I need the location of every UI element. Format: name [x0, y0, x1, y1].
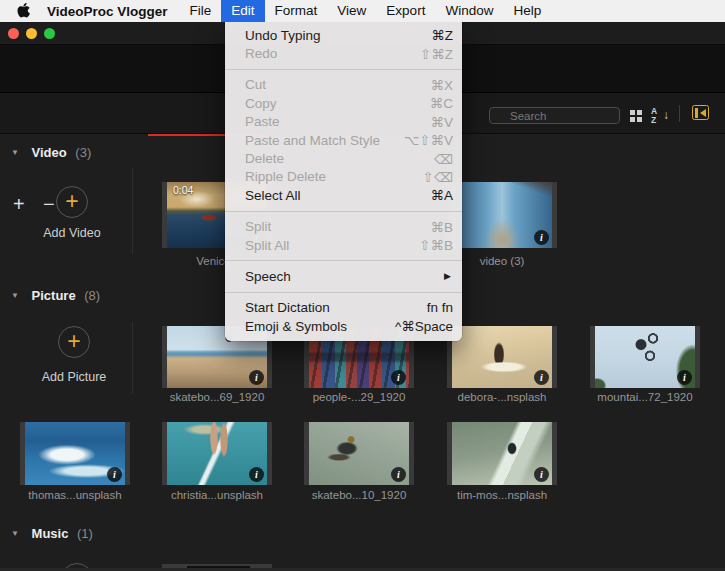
- media-item-caption: skatebo...10_1920: [294, 489, 424, 501]
- section-title: Picture: [32, 288, 76, 303]
- picture-thumbnail: i: [452, 326, 552, 388]
- menubar-item-window[interactable]: Window: [435, 0, 503, 22]
- info-icon[interactable]: i: [677, 370, 692, 385]
- menu-item-redo: Redo⇧⌘Z: [225, 44, 462, 62]
- section-header-video[interactable]: ▼ Video (3): [11, 145, 91, 160]
- media-item-caption: people-...29_1920: [294, 391, 424, 403]
- info-icon[interactable]: i: [534, 370, 549, 385]
- section-count: (3): [75, 145, 91, 160]
- info-icon[interactable]: i: [391, 370, 406, 385]
- section-title: Video: [32, 145, 67, 160]
- collapse-triangle-icon[interactable]: ▼: [11, 291, 19, 300]
- media-item-tennis[interactable]: i: [162, 422, 272, 485]
- info-icon[interactable]: i: [249, 467, 264, 482]
- media-item-caption: skatebo...69_1920: [152, 391, 282, 403]
- menubar-app-name[interactable]: VideoProc Vlogger: [47, 4, 168, 19]
- duration-badge: 0:04: [173, 184, 193, 196]
- plus-icon: +: [67, 330, 80, 353]
- menu-separator: [225, 69, 462, 70]
- section-header-music[interactable]: ▼ Music (1): [11, 526, 93, 541]
- menubar-item-help[interactable]: Help: [503, 0, 551, 22]
- zoom-button[interactable]: [44, 28, 55, 39]
- menu-separator: [225, 292, 462, 293]
- add-video-label: Add Video: [12, 226, 132, 240]
- menu-item-ripple-delete: Ripple Delete⇧⌫: [225, 168, 462, 186]
- section-count: (8): [84, 288, 100, 303]
- media-item-caption: thomas...unsplash: [10, 489, 140, 501]
- media-item-surfer-girl[interactable]: i: [447, 326, 557, 388]
- media-item-surfer[interactable]: i: [447, 422, 557, 485]
- grid-view-icon[interactable]: [630, 110, 642, 122]
- add-media-button[interactable]: +: [13, 194, 25, 214]
- menubar-item-view[interactable]: View: [327, 0, 376, 22]
- close-button[interactable]: [8, 28, 19, 39]
- sort-az-icon[interactable]: AZ↓: [650, 107, 669, 124]
- media-item-video3[interactable]: i: [447, 182, 557, 248]
- picture-thumbnail: i: [595, 326, 695, 388]
- video-thumbnail: i: [452, 182, 552, 248]
- menubar-item-edit[interactable]: Edit: [221, 0, 264, 22]
- menu-item-paste: Paste⌘V: [225, 113, 462, 131]
- menubar-item-export[interactable]: Export: [376, 0, 435, 22]
- menubar-item-file[interactable]: File: [180, 0, 222, 22]
- info-icon[interactable]: i: [107, 467, 122, 482]
- menu-item-split-all: Split All⇧⌘B: [225, 236, 462, 254]
- media-item-caption: tim-mos...nsplash: [437, 489, 567, 501]
- column-divider: [132, 168, 133, 254]
- menu-item-start-dictation[interactable]: Start Dictationfn fn: [225, 299, 462, 317]
- toolbar-divider: [679, 105, 680, 122]
- menu-item-split: Split⌘B: [225, 218, 462, 236]
- add-picture-label: Add Picture: [14, 370, 134, 384]
- videoproc-vlogger-window: Media Library Effects + − AZ↓ ▼ Video (3…: [0, 0, 725, 571]
- macos-menu-bar: VideoProc Vlogger File Edit Format View …: [0, 0, 725, 22]
- media-item-caption: christia...unsplash: [152, 489, 282, 501]
- info-icon[interactable]: i: [249, 370, 264, 385]
- collapse-panel-icon[interactable]: [692, 105, 709, 120]
- menu-separator: [225, 260, 462, 261]
- menu-item-cut: Cut⌘X: [225, 76, 462, 94]
- picture-thumbnail: i: [167, 422, 267, 485]
- menu-item-paste-match-style: Paste and Match Style⌥⇧⌘V: [225, 131, 462, 149]
- menubar-item-format[interactable]: Format: [265, 0, 328, 22]
- media-item-skateboard-air[interactable]: i: [304, 422, 414, 485]
- menu-item-emoji-symbols[interactable]: Emoji & Symbols^⌘Space: [225, 317, 462, 335]
- edit-menu-dropdown: Undo Typing⌘Z Redo⇧⌘Z Cut⌘X Copy⌘C Paste…: [225, 22, 462, 341]
- picture-thumbnail: i: [452, 422, 552, 485]
- info-icon[interactable]: i: [534, 230, 549, 245]
- menu-item-copy: Copy⌘C: [225, 94, 462, 112]
- picture-thumbnail: i: [25, 422, 125, 485]
- media-item-caption: mountai...72_1920: [580, 391, 710, 403]
- media-item-bike-jump[interactable]: i: [590, 326, 700, 388]
- remove-media-button[interactable]: −: [43, 194, 55, 214]
- collapse-triangle-icon[interactable]: ▼: [11, 148, 19, 157]
- info-icon[interactable]: i: [391, 467, 406, 482]
- collapse-triangle-icon[interactable]: ▼: [11, 529, 19, 538]
- add-video-button[interactable]: +: [56, 186, 88, 218]
- minimize-button[interactable]: [26, 28, 37, 39]
- plus-icon: +: [65, 190, 78, 213]
- menu-item-delete: Delete⌫: [225, 149, 462, 167]
- section-count: (1): [77, 526, 93, 541]
- apple-menu-icon[interactable]: [17, 3, 30, 19]
- picture-thumbnail: i: [309, 422, 409, 485]
- section-header-picture[interactable]: ▼ Picture (8): [11, 288, 100, 303]
- info-icon[interactable]: i: [534, 467, 549, 482]
- section-title: Music: [32, 526, 69, 541]
- menu-item-undo-typing[interactable]: Undo Typing⌘Z: [225, 26, 462, 44]
- search-input[interactable]: [489, 107, 620, 124]
- submenu-arrow-icon: ▶: [444, 271, 453, 281]
- menu-item-select-all[interactable]: Select All⌘A: [225, 186, 462, 204]
- media-item-caption: debora-...nsplash: [437, 391, 567, 403]
- add-picture-button[interactable]: +: [58, 326, 90, 358]
- media-item-wave[interactable]: i: [20, 422, 130, 485]
- menu-item-speech[interactable]: Speech▶: [225, 267, 462, 285]
- menu-separator: [225, 211, 462, 212]
